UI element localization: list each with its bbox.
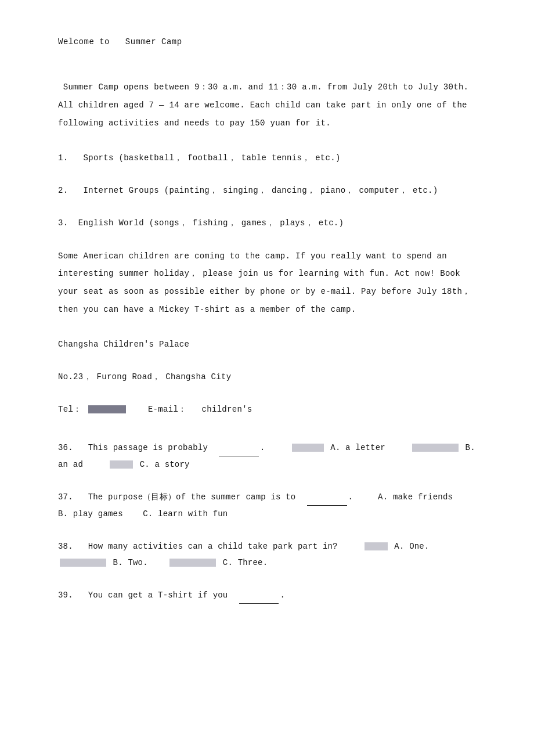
address-name: Changsha Children's Palace [58,336,476,352]
title-prefix: Welcome to [58,37,110,46]
q37-number: 37. [58,492,73,502]
q38-option-c: C. Three. [223,558,268,567]
address-line: No.23， Furong Road， Changsha City [58,369,476,385]
q36-option-a: A. a letter [330,443,385,452]
q37-option-a: A. make friends [378,492,453,502]
q38-text: How many activities can a child take par… [88,542,338,551]
q36-option-c: C. a story [140,460,190,469]
contact-info: Tel： E-mail： children's [58,401,476,417]
q36-blank [219,440,259,456]
q38-opt-b-highlight [60,559,106,567]
q38-option-a: A. One. [394,542,429,551]
tel-label: Tel： [58,405,81,414]
q39-text: You can get a T-shirt if you [88,591,228,600]
q37-blank [307,489,347,506]
q37-option-c: C. learn with fun [143,509,228,519]
q38-option-b: B. Two. [113,558,148,567]
activity-2: 2. Internet Groups (painting， singing， d… [58,182,476,199]
q38-number: 38. [58,542,73,551]
tel-number [88,405,126,413]
question-37: 37. The purpose（目标）of the summer camp is… [58,489,476,522]
title-main: Summer Camp [125,37,182,46]
page-title: Welcome to Summer Camp [58,35,476,49]
q36-text: This passage is probably [88,443,208,452]
q36-number: 36. [58,443,73,452]
q39-blank [239,587,279,604]
q36-opt-c-highlight [110,460,133,469]
q38-opt-a-highlight [365,542,388,550]
question-39: 39. You can get a T-shirt if you . [58,587,476,604]
activity-3: 3. English World (songs， fishing， games，… [58,215,476,231]
main-paragraph: Some American children are coming to the… [58,247,476,319]
question-38: 38. How many activities can a child take… [58,538,476,571]
activity-1: 1. Sports (basketball， football， table t… [58,150,476,166]
email-label: E-mail： [148,405,187,414]
q37-text: The purpose（目标）of the summer camp is to [88,492,296,502]
email-value: children's [202,405,252,414]
q39-number: 39. [58,591,73,600]
q37-option-b: B. play games [58,509,123,519]
question-36: 36. This passage is probably . A. a lett… [58,440,476,473]
q36-opt-b-highlight [412,444,459,452]
q38-opt-c-highlight [169,559,216,567]
q36-opt-a-highlight [292,444,324,452]
intro-paragraph: Summer Camp opens between 9：30 a.m. and … [58,78,476,132]
